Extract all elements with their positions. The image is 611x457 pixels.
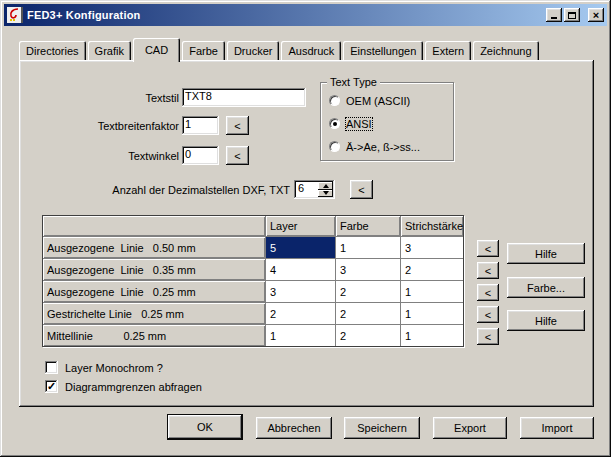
table-cell[interactable]: 1 — [336, 237, 400, 258]
radio-row-ansi[interactable]: ANSI — [329, 112, 453, 135]
diagrammgrenzen-row: ✓ Diagrammgrenzen abfragen — [45, 380, 202, 393]
row-pick-button-1[interactable]: < — [477, 240, 499, 257]
tab-content-pane: Textstil TXT8 Textbreitenfaktor 1 < Text… — [19, 60, 594, 407]
minimize-icon — [551, 17, 557, 19]
table-cell-selected[interactable]: 5 — [266, 237, 335, 258]
text-type-groupbox: Text Type OEM (ASCII) ANSI Ä->Ae, ß->ss.… — [320, 82, 454, 161]
radio-row-oem[interactable]: OEM (ASCII) — [329, 89, 453, 112]
dezimalstellen-pick-button[interactable]: < — [350, 180, 373, 199]
abbrechen-button[interactable]: Abbrechen — [256, 417, 332, 439]
tab-einstellungen[interactable]: Einstellungen — [343, 41, 423, 60]
row-label: Ausgezogene Linie 0.35 mm — [43, 259, 265, 280]
hilfe-button-top[interactable]: Hilfe — [507, 243, 585, 264]
import-button[interactable]: Import — [520, 417, 594, 439]
farbe-button[interactable]: Farbe... — [507, 277, 585, 298]
tab-drucker[interactable]: Drucker — [227, 41, 280, 60]
table-header-layer: Layer — [266, 216, 335, 236]
table-header-strichstaerke: Strichstärke — [401, 216, 463, 236]
textstil-input[interactable]: TXT8 — [182, 88, 306, 107]
layer-monochrom-label: Layer Monochrom ? — [65, 362, 163, 374]
text-type-legend: Text Type — [327, 76, 380, 88]
tab-zeichnung[interactable]: Zeichnung — [473, 41, 538, 60]
textbreitenfaktor-pick-button[interactable]: < — [226, 116, 249, 135]
minimize-button[interactable] — [546, 8, 562, 22]
table-cell[interactable]: 1 — [266, 325, 335, 346]
textwinkel-input[interactable]: 0 — [182, 146, 219, 165]
tab-farbe[interactable]: Farbe — [182, 41, 225, 60]
arrow-up-icon — [323, 184, 329, 188]
radio-ansi-label: ANSI — [346, 118, 372, 130]
table-cell[interactable]: 1 — [401, 325, 463, 346]
diagrammgrenzen-checkbox[interactable]: ✓ — [45, 380, 58, 393]
table-cell[interactable]: 3 — [266, 281, 335, 302]
maximize-button[interactable] — [564, 8, 580, 22]
table-cell[interactable]: 1 — [401, 303, 463, 324]
table-cell[interactable]: 2 — [336, 303, 400, 324]
spinner-up-button[interactable] — [318, 182, 333, 190]
layer-monochrom-row: Layer Monochrom ? — [45, 361, 163, 374]
row-label: Ausgezogene Linie 0.25 mm — [43, 281, 265, 302]
maximize-icon — [568, 12, 576, 19]
textbreitenfaktor-label: Textbreitenfaktor — [39, 120, 179, 132]
tab-grafik[interactable]: Grafik — [88, 41, 131, 60]
table-header-farbe: Farbe — [336, 216, 400, 236]
row-pick-button-5[interactable]: < — [477, 328, 499, 345]
table-cell[interactable]: 3 — [401, 237, 463, 258]
window-title: FED3+ Konfiguration — [27, 9, 544, 21]
tab-ausdruck[interactable]: Ausdruck — [281, 41, 341, 60]
diagrammgrenzen-label: Diagrammgrenzen abfragen — [65, 381, 202, 393]
table-cell[interactable]: 1 — [401, 281, 463, 302]
arrow-down-icon — [323, 191, 329, 195]
table-cell[interactable]: 2 — [401, 259, 463, 280]
radio-umlaut[interactable] — [329, 141, 340, 152]
textbreitenfaktor-input[interactable]: 1 — [182, 116, 219, 135]
textwinkel-pick-button[interactable]: < — [226, 146, 249, 165]
tab-directories[interactable]: Directories — [19, 41, 86, 60]
export-button[interactable]: Export — [433, 417, 507, 439]
close-icon: × — [593, 10, 599, 20]
speichern-button[interactable]: Speichern — [344, 417, 420, 439]
tab-bar: Directories Grafik CAD Farbe Drucker Aus… — [19, 38, 541, 60]
table-cell[interactable]: 2 — [336, 281, 400, 302]
dialog-fed3-konfiguration: FED3+ Konfiguration × Directories Grafik… — [0, 0, 611, 457]
radio-row-umlaut[interactable]: Ä->Ae, ß->ss... — [329, 135, 453, 158]
row-pick-button-3[interactable]: < — [477, 284, 499, 301]
row-pick-button-4[interactable]: < — [477, 306, 499, 323]
row-label: Ausgezogene Linie 0.50 mm — [43, 237, 265, 258]
textstil-label: Textstil — [39, 92, 179, 104]
ok-button[interactable]: OK — [168, 415, 242, 439]
line-settings-table: Layer Farbe Strichstärke Ausgezogene Lin… — [42, 215, 464, 347]
dezimalstellen-label: Anzahl der Dezimalstellen DXF, TXT — [39, 184, 290, 196]
table-cell[interactable]: 4 — [266, 259, 335, 280]
tab-extern[interactable]: Extern — [425, 41, 471, 60]
table-cell[interactable]: 3 — [336, 259, 400, 280]
layer-monochrom-checkbox[interactable] — [45, 361, 58, 374]
dezimalstellen-value[interactable]: 6 — [294, 180, 318, 199]
close-button[interactable]: × — [588, 8, 604, 22]
titlebar[interactable]: FED3+ Konfiguration × — [4, 4, 607, 26]
spinner-down-button[interactable] — [318, 190, 333, 198]
row-label: Gestrichelte Linie 0.25 mm — [43, 303, 265, 324]
radio-oem-label: OEM (ASCII) — [346, 95, 410, 107]
table-cell[interactable]: 2 — [336, 325, 400, 346]
radio-ansi[interactable] — [329, 118, 340, 129]
radio-umlaut-label: Ä->Ae, ß->ss... — [346, 141, 420, 153]
dezimalstellen-spinner[interactable]: 6 — [294, 180, 335, 199]
app-icon[interactable] — [7, 7, 23, 23]
textwinkel-label: Textwinkel — [39, 150, 179, 162]
table-cell[interactable]: 2 — [266, 303, 335, 324]
radio-oem[interactable] — [329, 95, 340, 106]
row-label: Mittellinie 0.25 mm — [43, 325, 265, 346]
row-pick-button-2[interactable]: < — [477, 262, 499, 279]
table-header-blank — [43, 216, 265, 236]
hilfe-button-bottom[interactable]: Hilfe — [507, 310, 585, 331]
tab-cad[interactable]: CAD — [133, 38, 180, 62]
